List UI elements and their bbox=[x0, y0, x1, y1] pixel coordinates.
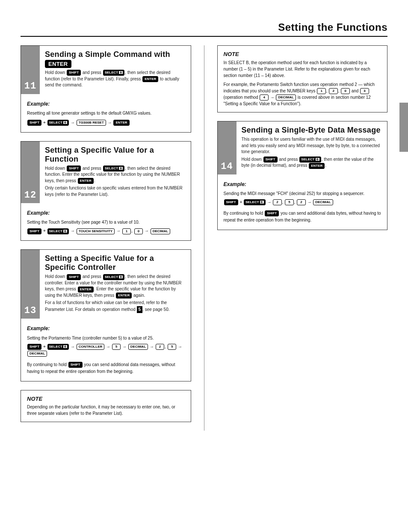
shift-key: SHIFT bbox=[67, 70, 81, 76]
note-label: NOTE bbox=[224, 50, 381, 59]
section-title: Sending a Single-Byte Data Message bbox=[242, 126, 383, 135]
example-desc: Setting the Portamento Time (controller … bbox=[27, 335, 185, 342]
select-b-key: SELECTB bbox=[103, 70, 125, 76]
select-b-key: SELECTB bbox=[103, 274, 125, 280]
example-desc: Resetting all tone generator settings to… bbox=[27, 110, 185, 117]
decimal-key: DECIMAL bbox=[27, 351, 47, 357]
section-number: 11 bbox=[21, 46, 40, 94]
enter-key: ENTER bbox=[142, 76, 158, 82]
num-5-key: 5 bbox=[285, 199, 293, 205]
note-text-p1: In SELECT B, the operation method used f… bbox=[224, 59, 381, 79]
num-1-key: 1 bbox=[317, 88, 325, 94]
num-0-key: 0 bbox=[134, 228, 143, 234]
example-block: Example: Resetting all tone generator se… bbox=[21, 94, 191, 132]
example-block: Example: Sending the MIDI message "FCH" … bbox=[218, 174, 387, 230]
example-label: Example: bbox=[27, 100, 185, 108]
shift-key: SHIFT bbox=[67, 166, 81, 171]
method-5-icon: 5 bbox=[137, 306, 143, 313]
shift-key: SHIFT bbox=[263, 157, 278, 163]
shift-key: SHIFT bbox=[27, 344, 41, 350]
select-b-key: SELECTB bbox=[47, 228, 69, 234]
example-block: Example: Setting the Portamento Time (co… bbox=[21, 319, 191, 381]
note-box-1: NOTE Depending on the particular functio… bbox=[21, 390, 191, 423]
side-tab bbox=[399, 103, 408, 152]
enter-key: ENTER bbox=[309, 163, 325, 169]
select-b-key: SELECTB bbox=[244, 199, 266, 205]
section-body: Hold down SHIFT and press SELECTB, then … bbox=[45, 274, 186, 313]
right-column: NOTE In SELECT B, the operation method u… bbox=[217, 45, 388, 431]
section-title: Setting a Specific Value for a Specific … bbox=[45, 254, 186, 272]
decimal-key: DECIMAL bbox=[151, 228, 170, 234]
enter-key: ENTER bbox=[78, 287, 94, 293]
section-11: 11 Sending a Simple Command with ENTER H… bbox=[21, 45, 191, 133]
touch-sensitivity-key: TOUCH SENSITIVITY bbox=[77, 228, 115, 234]
example-label: Example: bbox=[27, 325, 185, 333]
left-column: 11 Sending a Simple Command with ENTER H… bbox=[21, 45, 191, 431]
num-4-key: 4 bbox=[260, 95, 268, 100]
decimal-key: DECIMAL bbox=[313, 199, 333, 205]
num-2-key: 2 bbox=[329, 88, 337, 94]
enter-key: ENTER bbox=[116, 293, 132, 299]
select-b-key: SELECTB bbox=[47, 120, 69, 126]
num-5-key: 5 bbox=[168, 344, 176, 350]
page: Setting the Functions 11 Sending a Simpl… bbox=[0, 0, 408, 532]
shift-key: SHIFT bbox=[265, 210, 279, 216]
num-1-key: 1 bbox=[122, 228, 131, 234]
enter-key: ENTER bbox=[78, 178, 94, 184]
num-2-key: 2 bbox=[273, 199, 281, 205]
example-desc: Sending the MIDI message "FCH" (decimal … bbox=[224, 190, 381, 197]
example-block: Example: Setting the Touch Sensitivity (… bbox=[21, 203, 191, 240]
shift-key: SHIFT bbox=[224, 199, 238, 205]
note-box-2: NOTE In SELECT B, the operation method u… bbox=[217, 45, 388, 112]
num-2-key: 2 bbox=[156, 344, 164, 350]
columns: 11 Sending a Simple Command with ENTER H… bbox=[21, 45, 387, 431]
select-b-key: SELECTB bbox=[103, 166, 125, 171]
section-body: Hold down SHIFT and press SELECTB, then … bbox=[45, 166, 186, 198]
shift-key: SHIFT bbox=[27, 228, 41, 234]
header-rule bbox=[21, 36, 387, 37]
section-title: Sending a Simple Command with ENTER bbox=[45, 50, 186, 68]
shift-key: SHIFT bbox=[67, 274, 81, 280]
tg300b-key: TG300B RESET bbox=[77, 120, 106, 126]
enter-key: ENTER bbox=[113, 120, 129, 126]
section-12: 12 Setting a Specific Value for a Functi… bbox=[21, 141, 191, 241]
note-label: NOTE bbox=[27, 395, 185, 403]
note-text: Depending on the particular function, it… bbox=[27, 404, 185, 417]
page-title: Setting the Functions bbox=[21, 21, 387, 36]
section-body: This operation is for users familiar wit… bbox=[242, 136, 383, 169]
section-number: 14 bbox=[218, 121, 237, 174]
section-13: 13 Setting a Specific Value for a Specif… bbox=[21, 249, 191, 381]
select-b-key: SELECTB bbox=[47, 344, 69, 350]
decimal-key: DECIMAL bbox=[276, 95, 296, 100]
title-text: Sending a Simple Command with bbox=[45, 50, 170, 59]
enter-key-title: ENTER bbox=[45, 60, 71, 68]
controller-key: CONTROLLER bbox=[77, 344, 105, 350]
shift-key: SHIFT bbox=[27, 120, 41, 126]
section-number: 12 bbox=[21, 142, 40, 204]
section-14: 14 Sending a Single-Byte Data Message Th… bbox=[217, 121, 388, 230]
example-desc: Setting the Touch Sensitivity (see page … bbox=[27, 219, 185, 226]
num-3-key: 3 bbox=[360, 88, 369, 94]
example-label: Example: bbox=[224, 180, 381, 189]
select-b-key: SELECTB bbox=[299, 157, 321, 163]
example-label: Example: bbox=[27, 209, 185, 217]
section-title: Setting a Specific Value for a Function bbox=[45, 146, 186, 164]
decimal-key: DECIMAL bbox=[128, 344, 148, 350]
num-0-key: 0 bbox=[341, 88, 349, 94]
num-5-key: 5 bbox=[112, 344, 121, 350]
section-number: 13 bbox=[21, 250, 40, 319]
column-divider bbox=[204, 45, 204, 431]
num-2-key: 2 bbox=[297, 199, 305, 205]
shift-key: SHIFT bbox=[68, 362, 83, 368]
section-body: Hold down SHIFT and press SELECTB, then … bbox=[45, 70, 186, 89]
